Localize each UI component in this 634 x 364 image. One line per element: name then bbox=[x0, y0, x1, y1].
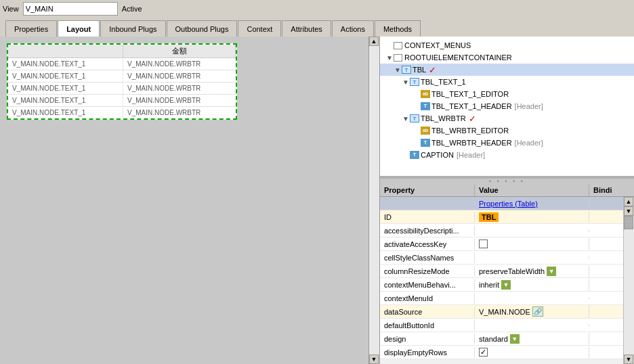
field-icon: ab bbox=[421, 90, 430, 98]
prop-name: cellStyleClassNames bbox=[380, 252, 475, 263]
prop-name: contextMenuId bbox=[380, 293, 475, 304]
scroll-track bbox=[369, 46, 379, 355]
table-row: V_MAIN.NODE.TEXT_1 V_MAIN.NODE.WRBTR bbox=[8, 70, 236, 83]
field-icon: ab bbox=[421, 127, 430, 135]
text-icon: T bbox=[410, 151, 419, 159]
prop-row-accesskey: activateAccessKey bbox=[380, 237, 623, 251]
dropdown-icon[interactable]: ▼ bbox=[547, 267, 556, 276]
props-scroll-thumb[interactable] bbox=[624, 216, 633, 229]
table-cell-col2: V_MAIN.NODE.WRBTR bbox=[123, 70, 236, 82]
tree-suffix: [Header] bbox=[515, 139, 543, 147]
prop-value-contextmenubehav: inherit bbox=[479, 281, 499, 289]
scroll-down-btn[interactable]: ▼ bbox=[369, 355, 379, 364]
props-scroll-down-btn[interactable]: ▼ bbox=[624, 355, 633, 364]
checkbox-checked[interactable]: ✓ bbox=[479, 348, 488, 357]
tab-attributes[interactable]: Attributes bbox=[282, 20, 331, 37]
resize-handle[interactable]: • • • • • bbox=[380, 179, 634, 184]
tree-item-tbl-wrbtr-editor[interactable]: ab TBL_WRBTR_EDITOR bbox=[380, 124, 634, 137]
prop-name-id: ID bbox=[380, 212, 475, 223]
prop-value-design: standard bbox=[479, 335, 508, 343]
table-cell-col1: V_MAIN.NODE.TEXT_1 bbox=[8, 70, 123, 82]
tab-outbound-plugs[interactable]: Outbound Plugs bbox=[167, 20, 238, 37]
prop-name: activateAccessKey bbox=[380, 239, 475, 250]
tree-item-tbl[interactable]: ▼ T TBL ✓ bbox=[380, 64, 634, 76]
props-scroll-container: Properties (Table) ID TBL acces bbox=[380, 197, 634, 364]
table-cell-col2: V_MAIN.NODE.WRBTR bbox=[123, 83, 236, 94]
prop-row-id: ID TBL bbox=[380, 210, 623, 224]
square-icon bbox=[394, 54, 402, 62]
tree-item-rootui[interactable]: ▼ ROOTUIELEMENTCONTAINER bbox=[380, 51, 634, 64]
tree-area: CONTEXT_MENUS ▼ ROOTUIELEMENTCONTAINER ▼… bbox=[380, 37, 634, 179]
prop-value-columnresize: preserveTableWidth bbox=[479, 267, 545, 275]
tree-suffix: [Header] bbox=[457, 151, 485, 159]
tree-item-tbl-wrbtr-header[interactable]: T TBL_WRBTR_HEADER [Header] bbox=[380, 137, 634, 149]
view-name-input[interactable] bbox=[23, 2, 118, 16]
tab-context[interactable]: Context bbox=[238, 20, 281, 37]
text-icon: T bbox=[421, 139, 430, 147]
checkbox-unchecked[interactable] bbox=[479, 240, 488, 248]
prop-row-defaultbuttonid: defaultButtonId bbox=[380, 319, 623, 332]
left-panel-scrollbar[interactable]: ▲ ▼ bbox=[368, 37, 379, 364]
props-header: Property Value Bindi bbox=[380, 184, 634, 197]
props-scroll-track bbox=[624, 216, 634, 355]
tab-methods[interactable]: Methods bbox=[375, 20, 421, 37]
props-rows-wrapper: Properties (Table) ID TBL acces bbox=[380, 197, 623, 364]
table-cell-col1: V_MAIN.NODE.TEXT_1 bbox=[8, 83, 123, 94]
tree-label: TBL_TEXT_1 bbox=[421, 78, 466, 86]
table-header-col2: 金額 bbox=[123, 45, 236, 58]
tree-item-caption[interactable]: T CAPTION [Header] bbox=[380, 149, 634, 161]
table-cell-col1: V_MAIN.NODE.TEXT_1 bbox=[8, 95, 123, 106]
dropdown-icon[interactable]: ▼ bbox=[501, 280, 511, 290]
prop-name: design bbox=[380, 334, 475, 344]
props-scroll-up-btn[interactable]: ▲ bbox=[624, 197, 633, 206]
props-section-header-row: Properties (Table) bbox=[380, 197, 623, 210]
tree-toggle[interactable]: ▼ bbox=[402, 78, 410, 86]
datasource-btn[interactable]: 🔗 bbox=[532, 306, 543, 317]
dropdown-icon[interactable]: ▼ bbox=[510, 334, 520, 344]
props-col-bind: Bindi bbox=[589, 184, 623, 196]
tree-label: TBL_WRBTR_HEADER bbox=[431, 139, 512, 147]
tree-item-tbl-text1[interactable]: ▼ T TBL_TEXT_1 bbox=[380, 76, 634, 88]
prop-row-cellstyle: cellStyleClassNames bbox=[380, 251, 623, 265]
properties-section-link[interactable]: Properties (Table) bbox=[479, 200, 538, 208]
table-widget: 金額 V_MAIN.NODE.TEXT_1 V_MAIN.NODE.WRBTR … bbox=[7, 43, 237, 120]
props-scrollbar-spacer bbox=[623, 184, 634, 196]
prop-row-design: design standard ▼ bbox=[380, 332, 623, 346]
text-icon: T bbox=[421, 102, 430, 110]
table-row: V_MAIN.NODE.TEXT_1 V_MAIN.NODE.WRBTR bbox=[8, 107, 236, 118]
table-cell-col2: V_MAIN.NODE.WRBTR bbox=[123, 58, 236, 70]
table-cell-col1: V_MAIN.NODE.TEXT_1 bbox=[8, 107, 123, 118]
tab-actions[interactable]: Actions bbox=[332, 20, 374, 37]
tree-item-tbl-text1-header[interactable]: T TBL_TEXT_1_HEADER [Header] bbox=[380, 100, 634, 112]
tab-properties[interactable]: Properties bbox=[5, 20, 57, 37]
prop-name: displayEmptyRows bbox=[380, 347, 475, 358]
props-col-value: Value bbox=[475, 184, 589, 196]
table-icon: T bbox=[410, 78, 419, 86]
table-header-row: 金額 bbox=[8, 45, 236, 58]
prop-name: contextMenuBehavi... bbox=[380, 279, 475, 290]
prop-value-id: TBL bbox=[479, 212, 499, 222]
table-header-col1 bbox=[8, 45, 123, 58]
tree-label: CAPTION bbox=[421, 151, 454, 159]
tree-label: CONTEXT_MENUS bbox=[404, 41, 471, 49]
properties-panel: Property Value Bindi Properties (Table) bbox=[380, 184, 634, 364]
tree-item-tbl-wrbtr[interactable]: ▼ T TBL_WRBTR ✓ bbox=[380, 112, 634, 124]
scroll-up-btn[interactable]: ▲ bbox=[369, 37, 379, 46]
tree-toggle[interactable]: ▼ bbox=[402, 115, 410, 122]
prop-row-contextmenuid: contextMenuId bbox=[380, 292, 623, 305]
tree-item-context-menus[interactable]: CONTEXT_MENUS bbox=[380, 39, 634, 51]
tree-item-tbl-text1-editor[interactable]: ab TBL_TEXT_1_EDITOR bbox=[380, 88, 634, 100]
tab-inbound-plugs[interactable]: Inbound Plugs bbox=[100, 20, 165, 37]
prop-row-displayemptyrows: displayEmptyRows ✓ bbox=[380, 346, 623, 359]
props-col-property: Property bbox=[380, 184, 475, 196]
props-scroll-down-btn-inner[interactable]: ▼ bbox=[624, 206, 633, 216]
tab-layout[interactable]: Layout bbox=[58, 20, 100, 37]
prop-value-datasource: V_MAIN.NODE bbox=[479, 308, 530, 316]
tree-toggle[interactable]: ▼ bbox=[385, 54, 394, 62]
props-scrollbar[interactable]: ▲ ▼ ▼ bbox=[623, 197, 634, 364]
table-row: V_MAIN.NODE.TEXT_1 V_MAIN.NODE.WRBTR bbox=[8, 58, 236, 70]
tree-toggle[interactable]: ▼ bbox=[394, 66, 402, 74]
prop-name: defaultButtonId bbox=[380, 320, 475, 331]
table-cell-col2: V_MAIN.NODE.WRBTR bbox=[123, 107, 236, 118]
prop-name: columnResizeMode bbox=[380, 266, 475, 277]
